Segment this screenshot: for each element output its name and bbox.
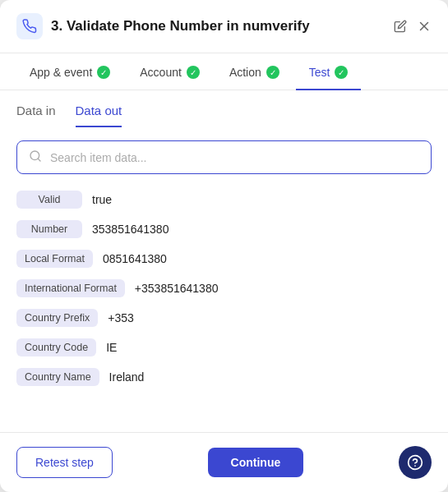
- tab-action[interactable]: Action ✓: [216, 54, 293, 90]
- search-input[interactable]: [50, 151, 419, 164]
- data-label-valid: Valid: [16, 191, 82, 209]
- data-row-country-prefix: Country Prefix +353: [16, 309, 432, 327]
- tab-action-label: Action: [229, 66, 261, 79]
- data-value-local-format: 0851641380: [103, 252, 167, 265]
- help-button[interactable]: [399, 446, 432, 479]
- phone-icon: [16, 13, 43, 39]
- tab-account-label: Account: [140, 66, 182, 79]
- data-value-country-name: Ireland: [109, 370, 145, 384]
- content-tab-data-out[interactable]: Data out: [76, 103, 122, 127]
- data-value-country-code: IE: [106, 341, 117, 354]
- search-icon: [29, 149, 42, 165]
- svg-line-3: [38, 159, 40, 161]
- close-icon[interactable]: [417, 19, 432, 34]
- data-label-number: Number: [16, 220, 82, 238]
- tab-app-event[interactable]: App & event ✓: [16, 54, 123, 90]
- retest-button[interactable]: Retest step: [16, 447, 113, 478]
- search-area: [0, 127, 448, 187]
- content-tabs: Data in Data out: [0, 90, 448, 127]
- data-label-country-prefix: Country Prefix: [16, 309, 98, 327]
- data-value-number: 353851641380: [92, 223, 169, 236]
- tab-test-check: ✓: [335, 66, 348, 79]
- tab-test[interactable]: Test ✓: [296, 54, 362, 90]
- header-right: [394, 19, 432, 34]
- modal-title: 3. Validate Phone Number in numverify: [51, 18, 310, 34]
- data-row-country-code: Country Code IE: [16, 338, 432, 356]
- data-label-intl-format: International Format: [16, 279, 125, 297]
- header-left: 3. Validate Phone Number in numverify: [16, 13, 310, 39]
- tab-account-check: ✓: [187, 66, 200, 79]
- continue-button[interactable]: Continue: [208, 448, 304, 477]
- data-value-country-prefix: +353: [108, 311, 134, 324]
- tab-app-event-label: App & event: [30, 66, 92, 79]
- data-value-intl-format: +353851641380: [135, 282, 219, 295]
- nav-tabs: App & event ✓ Account ✓ Action ✓ Test ✓: [0, 53, 448, 90]
- modal-footer: Retest step Continue: [0, 432, 448, 492]
- modal-container: 3. Validate Phone Number in numverify Ap…: [0, 0, 448, 492]
- data-row-local-format: Local Format 0851641380: [16, 250, 432, 268]
- tab-account[interactable]: Account ✓: [127, 54, 213, 90]
- data-label-country-code: Country Code: [16, 338, 96, 356]
- data-row-country-name: Country Name Ireland: [16, 368, 432, 386]
- data-row-valid: Valid true: [16, 191, 432, 209]
- tab-test-label: Test: [309, 66, 330, 79]
- content-tab-data-in[interactable]: Data in: [16, 103, 56, 127]
- data-value-valid: true: [92, 193, 112, 206]
- tab-app-event-check: ✓: [97, 66, 110, 79]
- data-label-country-name: Country Name: [16, 368, 99, 386]
- tab-action-check: ✓: [266, 66, 279, 79]
- data-row-number: Number 353851641380: [16, 220, 432, 238]
- modal-header: 3. Validate Phone Number in numverify: [0, 0, 448, 53]
- data-list: Valid true Number 353851641380 Local For…: [0, 187, 448, 399]
- edit-icon[interactable]: [394, 20, 407, 33]
- data-row-intl-format: International Format +353851641380: [16, 279, 432, 297]
- data-label-local-format: Local Format: [16, 250, 93, 268]
- search-box: [16, 140, 432, 174]
